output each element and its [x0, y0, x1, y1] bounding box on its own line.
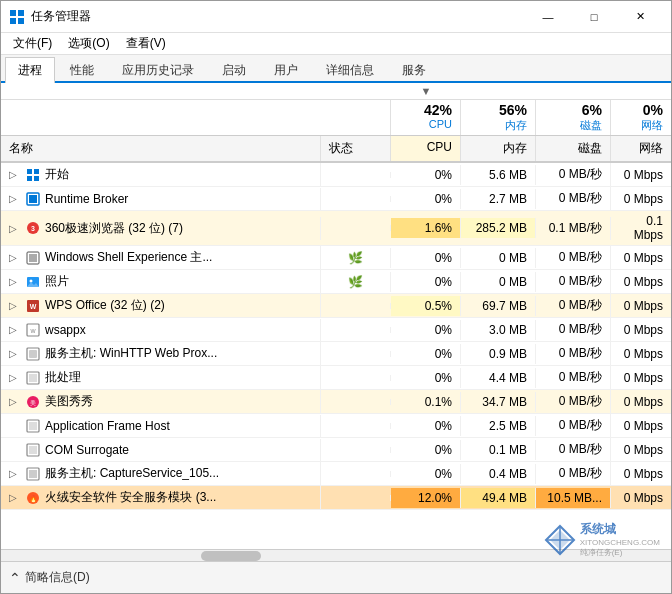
menu-bar: 文件(F) 选项(O) 查看(V) — [1, 33, 671, 55]
svg-rect-1 — [18, 10, 24, 16]
tabs-bar: 进程 性能 应用历史记录 启动 用户 详细信息 服务 — [1, 55, 671, 83]
expand-icon[interactable]: ▷ — [9, 492, 21, 503]
tab-processes[interactable]: 进程 — [5, 57, 55, 83]
chevron-up-icon: ⌃ — [9, 570, 21, 586]
proc-name: ▷ 美 美图秀秀 — [1, 390, 321, 413]
proc-net: 0.1 Mbps — [611, 211, 671, 245]
menu-file[interactable]: 文件(F) — [5, 33, 60, 54]
minimize-button[interactable]: — — [525, 1, 571, 33]
proc-name-text: 360极速浏览器 (32 位) (7) — [45, 220, 183, 237]
proc-icon — [25, 167, 41, 183]
col-header-name[interactable]: 名称 — [1, 136, 321, 161]
proc-net: 0 Mbps — [611, 416, 671, 436]
svg-rect-0 — [10, 10, 16, 16]
table-row[interactable]: ▷ W WPS Office (32 位) (2) 0.5% 69.7 MB 0… — [1, 294, 671, 318]
tab-users[interactable]: 用户 — [261, 57, 311, 83]
proc-mem: 3.0 MB — [461, 320, 536, 340]
proc-name: ▷ 🔥 火绒安全软件 安全服务模块 (3... — [1, 486, 321, 509]
proc-name-text: 美图秀秀 — [45, 393, 93, 410]
table-row[interactable]: ▷ 开始 0% 5.6 MB 0 MB/秒 0 Mbps — [1, 163, 671, 187]
expand-icon[interactable]: ▷ — [9, 223, 21, 234]
table-row[interactable]: Application Frame Host 0% 2.5 MB 0 MB/秒 … — [1, 414, 671, 438]
menu-view[interactable]: 查看(V) — [118, 33, 174, 54]
tab-performance[interactable]: 性能 — [57, 57, 107, 83]
cpu-stat: 42% — [391, 100, 460, 118]
expand-icon[interactable]: ▷ — [9, 372, 21, 383]
table-row[interactable]: ▷ 服务主机: CaptureService_105... 0% 0.4 MB … — [1, 462, 671, 486]
maximize-button[interactable]: □ — [571, 1, 617, 33]
tab-startup[interactable]: 启动 — [209, 57, 259, 83]
proc-name: COM Surrogate — [1, 439, 321, 461]
table-row[interactable]: COM Surrogate 0% 0.1 MB 0 MB/秒 0 Mbps — [1, 438, 671, 462]
expand-icon[interactable]: ▷ — [9, 468, 21, 479]
expand-icon[interactable]: ▷ — [9, 169, 21, 180]
proc-cpu: 1.6% — [391, 218, 461, 238]
mem-label: 内存 — [461, 118, 535, 135]
proc-icon — [25, 370, 41, 386]
tab-details[interactable]: 详细信息 — [313, 57, 387, 83]
proc-icon: 3 — [25, 220, 41, 236]
disk-stat: 6% — [536, 100, 610, 118]
table-row[interactable]: ▷ Runtime Broker 0% 2.7 MB 0 MB/秒 0 Mbps — [1, 187, 671, 211]
proc-net: 0 Mbps — [611, 368, 671, 388]
proc-cpu: 0% — [391, 464, 461, 484]
expand-icon[interactable]: ▷ — [9, 276, 21, 287]
table-row[interactable]: ▷ w wsappx 0% 3.0 MB 0 MB/秒 0 Mbps — [1, 318, 671, 342]
watermark-logo-icon — [544, 524, 576, 556]
status-leaf-icon: 🌿 — [348, 251, 363, 265]
proc-status — [321, 327, 391, 333]
proc-status — [321, 471, 391, 477]
proc-mem: 49.4 MB — [461, 488, 536, 508]
proc-net: 0 Mbps — [611, 320, 671, 340]
proc-name-text: 火绒安全软件 安全服务模块 (3... — [45, 489, 216, 506]
col-header-cpu[interactable]: CPU — [391, 136, 461, 161]
tab-services[interactable]: 服务 — [389, 57, 439, 83]
col-header-disk[interactable]: 磁盘 — [536, 136, 611, 161]
col-header-status[interactable]: 状态 — [321, 136, 391, 161]
mem-stat: 56% — [461, 100, 535, 118]
table-row[interactable]: ▷ 🔥 火绒安全软件 安全服务模块 (3... 12.0% 49.4 MB 10… — [1, 486, 671, 510]
proc-cpu: 0% — [391, 165, 461, 185]
proc-status — [321, 423, 391, 429]
svg-text:W: W — [30, 303, 37, 310]
watermark-text: 系统城 XITONGCHENG.COM 纯净任务(E) — [580, 521, 660, 558]
table-row[interactable]: ▷ 照片 🌿 0% 0 MB 0 MB/秒 0 Mbps — [1, 270, 671, 294]
table-row[interactable]: ▷ 3 360极速浏览器 (32 位) (7) 1.6% 285.2 MB 0.… — [1, 211, 671, 246]
tab-app-history[interactable]: 应用历史记录 — [109, 57, 207, 83]
proc-status — [321, 351, 391, 357]
table-row[interactable]: ▷ 服务主机: WinHTTP Web Prox... 0% 0.9 MB 0 … — [1, 342, 671, 366]
table-row[interactable]: ▷ Windows Shell Experience 主... 🌿 0% 0 M… — [1, 246, 671, 270]
proc-net: 0 Mbps — [611, 165, 671, 185]
table-row[interactable]: ▷ 美 美图秀秀 0.1% 34.7 MB 0 MB/秒 0 Mbps — [1, 390, 671, 414]
proc-name: ▷ Runtime Broker — [1, 188, 321, 210]
expand-info-button[interactable]: ⌃ 简略信息(D) — [9, 569, 90, 586]
svg-rect-30 — [29, 446, 37, 454]
proc-mem: 5.6 MB — [461, 165, 536, 185]
proc-disk: 0 MB/秒 — [536, 163, 611, 186]
proc-disk: 0 MB/秒 — [536, 318, 611, 341]
proc-mem: 2.5 MB — [461, 416, 536, 436]
expand-icon[interactable]: ▷ — [9, 324, 21, 335]
table-row[interactable]: ▷ 批处理 0% 4.4 MB 0 MB/秒 0 Mbps — [1, 366, 671, 390]
app-icon — [9, 9, 25, 25]
proc-cpu: 0% — [391, 248, 461, 268]
col-header-memory[interactable]: 内存 — [461, 136, 536, 161]
proc-icon: 美 — [25, 394, 41, 410]
col-header-network[interactable]: 网络 — [611, 136, 671, 161]
expand-icon[interactable]: ▷ — [9, 396, 21, 407]
expand-icon[interactable]: ▷ — [9, 252, 21, 263]
close-button[interactable]: ✕ — [617, 1, 663, 33]
proc-name: ▷ 批处理 — [1, 366, 321, 389]
svg-rect-4 — [27, 169, 32, 174]
watermark: 系统城 XITONGCHENG.COM 纯净任务(E) — [544, 521, 660, 558]
expand-icon[interactable]: ▷ — [9, 193, 21, 204]
proc-name-text: COM Surrogate — [45, 443, 129, 457]
expand-icon[interactable]: ▷ — [9, 300, 21, 311]
menu-options[interactable]: 选项(O) — [60, 33, 117, 54]
proc-mem: 0.1 MB — [461, 440, 536, 460]
expand-icon[interactable]: ▷ — [9, 348, 21, 359]
svg-rect-5 — [34, 169, 39, 174]
proc-disk: 0 MB/秒 — [536, 294, 611, 317]
proc-name-text: Runtime Broker — [45, 192, 128, 206]
proc-cpu: 0% — [391, 320, 461, 340]
